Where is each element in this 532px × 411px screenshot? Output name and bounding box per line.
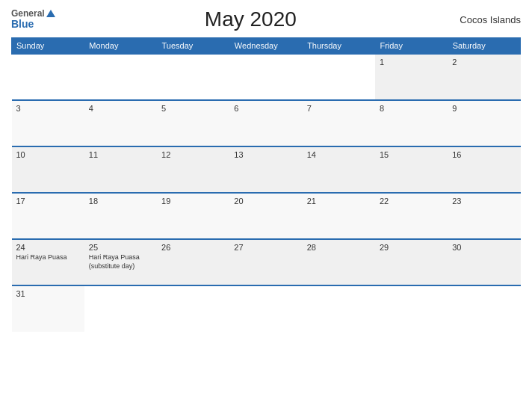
calendar-cell: 28	[303, 239, 375, 285]
calendar-row: 3456789	[12, 100, 521, 146]
calendar-cell: 29	[375, 239, 448, 285]
day-number: 29	[380, 243, 443, 252]
day-number: 22	[380, 197, 443, 206]
holiday-label: Hari Raya Puasa	[16, 253, 80, 262]
calendar-cell	[12, 54, 84, 100]
logo-general-text: General	[11, 9, 55, 19]
calendar-row: 17181920212223	[12, 193, 521, 239]
day-number: 30	[452, 243, 516, 252]
day-number: 20	[234, 197, 297, 206]
day-number: 18	[89, 197, 152, 206]
calendar-cell: 11	[84, 146, 157, 193]
calendar-cell: 31	[12, 285, 84, 332]
holiday-label: Hari Raya Puasa (substitute day)	[89, 253, 152, 271]
logo: General Blue	[11, 9, 55, 31]
calendar-cell: 23	[448, 193, 520, 239]
calendar-cell: 1	[375, 54, 448, 100]
day-number: 1	[380, 58, 443, 67]
logo-triangle-icon	[46, 10, 55, 17]
day-number: 4	[89, 104, 152, 113]
col-wednesday: Wednesday	[229, 38, 302, 55]
day-number: 12	[161, 150, 225, 159]
calendar-cell	[375, 285, 448, 332]
calendar-cell	[229, 54, 302, 100]
col-sunday: Sunday	[12, 38, 84, 55]
calendar-cell: 10	[12, 146, 84, 193]
calendar-cell: 24Hari Raya Puasa	[12, 239, 84, 285]
day-number: 6	[234, 104, 297, 113]
logo-blue-text: Blue	[11, 19, 55, 30]
col-saturday: Saturday	[448, 38, 520, 55]
calendar-cell	[157, 54, 229, 100]
calendar-header-row: Sunday Monday Tuesday Wednesday Thursday…	[12, 38, 521, 55]
calendar-cell: 6	[229, 100, 302, 146]
calendar-row: 31	[12, 285, 521, 332]
day-number: 26	[161, 243, 225, 252]
calendar-cell: 5	[157, 100, 229, 146]
region-label: Cocos Islands	[446, 14, 521, 25]
calendar-cell: 19	[157, 193, 229, 239]
day-number: 19	[161, 197, 225, 206]
calendar-cell	[157, 285, 229, 332]
calendar-cell: 14	[303, 146, 375, 193]
calendar-cell: 4	[84, 100, 157, 146]
calendar-cell: 21	[303, 193, 375, 239]
calendar-cell: 16	[448, 146, 520, 193]
calendar-cell: 3	[12, 100, 84, 146]
calendar-cell: 17	[12, 193, 84, 239]
calendar-cell: 18	[84, 193, 157, 239]
calendar-cell	[84, 54, 157, 100]
calendar-cell: 12	[157, 146, 229, 193]
calendar-cell	[229, 285, 302, 332]
calendar-row: 24Hari Raya Puasa25Hari Raya Puasa (subs…	[12, 239, 521, 285]
day-number: 10	[16, 150, 80, 159]
day-number: 17	[16, 197, 80, 206]
calendar-cell: 26	[157, 239, 229, 285]
calendar-cell	[303, 54, 375, 100]
calendar-cell: 27	[229, 239, 302, 285]
calendar-cell: 7	[303, 100, 375, 146]
day-number: 23	[452, 197, 516, 206]
day-number: 7	[307, 104, 371, 113]
day-number: 2	[452, 58, 516, 67]
day-number: 31	[16, 289, 80, 298]
calendar-row: 12	[12, 54, 521, 100]
calendar-cell: 30	[448, 239, 520, 285]
calendar-title: May 2020	[55, 7, 446, 31]
calendar-cell: 8	[375, 100, 448, 146]
col-tuesday: Tuesday	[157, 38, 229, 55]
day-number: 11	[89, 150, 152, 159]
day-number: 13	[234, 150, 297, 159]
calendar-cell: 22	[375, 193, 448, 239]
day-number: 5	[161, 104, 225, 113]
day-number: 9	[452, 104, 516, 113]
calendar-row: 10111213141516	[12, 146, 521, 193]
day-number: 3	[16, 104, 80, 113]
day-number: 14	[307, 150, 371, 159]
calendar-cell: 15	[375, 146, 448, 193]
calendar-cell: 2	[448, 54, 520, 100]
day-number: 27	[234, 243, 297, 252]
calendar-page: General Blue May 2020 Cocos Islands Sund…	[0, 0, 532, 411]
day-number: 8	[380, 104, 443, 113]
header: General Blue May 2020 Cocos Islands	[11, 7, 521, 31]
col-monday: Monday	[84, 38, 157, 55]
col-thursday: Thursday	[303, 38, 375, 55]
day-number: 21	[307, 197, 371, 206]
calendar-table: Sunday Monday Tuesday Wednesday Thursday…	[11, 37, 521, 332]
col-friday: Friday	[375, 38, 448, 55]
day-number: 25	[89, 243, 152, 252]
day-number: 15	[380, 150, 443, 159]
calendar-cell: 20	[229, 193, 302, 239]
calendar-cell: 25Hari Raya Puasa (substitute day)	[84, 239, 157, 285]
calendar-cell: 9	[448, 100, 520, 146]
day-number: 28	[307, 243, 371, 252]
calendar-cell	[448, 285, 520, 332]
day-number: 16	[452, 150, 516, 159]
calendar-cell: 13	[229, 146, 302, 193]
calendar-cell	[303, 285, 375, 332]
day-number: 24	[16, 243, 80, 252]
calendar-cell	[84, 285, 157, 332]
